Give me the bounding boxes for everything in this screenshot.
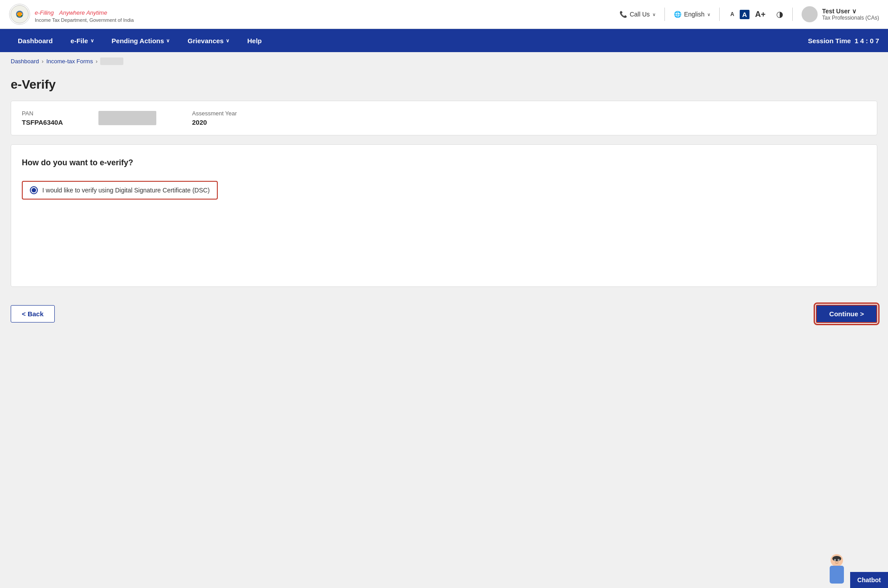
language-chevron: ∨ bbox=[707, 12, 710, 17]
pending-chevron: ∨ bbox=[166, 38, 170, 44]
chatbot-button[interactable]: Chatbot bbox=[850, 572, 888, 588]
continue-button[interactable]: Continue > bbox=[816, 305, 877, 323]
divider-2 bbox=[719, 8, 720, 21]
page-content: e-Verify PAN TSFPA6340A Assessment Year … bbox=[0, 70, 888, 588]
logo-sub: Income Tax Department, Government of Ind… bbox=[35, 17, 134, 23]
divider-3 bbox=[792, 8, 793, 21]
pan-field: PAN TSFPA6340A bbox=[22, 110, 63, 126]
nav-pending-actions[interactable]: Pending Actions ∨ bbox=[103, 29, 179, 52]
logo-text: e-Filing Anywhere Anytime Income Tax Dep… bbox=[35, 6, 134, 23]
divider-1 bbox=[664, 8, 665, 21]
svg-point-11 bbox=[835, 559, 835, 560]
breadcrumb: Dashboard › Income-tax Forms › bbox=[0, 52, 888, 70]
top-bar: 🇮🇳 e-Filing Anywhere Anytime Income Tax … bbox=[0, 0, 888, 29]
language-label: English bbox=[684, 11, 705, 18]
top-actions: 📞 Call Us ∨ 🌐 English ∨ A A A+ ◑ Test Us… bbox=[619, 6, 879, 22]
font-controls: A A A+ bbox=[729, 9, 767, 20]
breadcrumb-income-tax-forms[interactable]: Income-tax Forms bbox=[46, 58, 93, 65]
radio-inner bbox=[32, 188, 36, 192]
user-role: Tax Professionals (CAs) bbox=[822, 15, 879, 21]
nav-bar: Dashboard e-File ∨ Pending Actions ∨ Gri… bbox=[0, 29, 888, 52]
svg-rect-6 bbox=[830, 566, 844, 584]
dsc-label: I would like to verify using Digital Sig… bbox=[42, 187, 210, 194]
nav-efile[interactable]: e-File ∨ bbox=[61, 29, 102, 52]
logo-section: 🇮🇳 e-Filing Anywhere Anytime Income Tax … bbox=[9, 4, 134, 25]
pan-placeholder-block bbox=[98, 111, 156, 125]
language-button[interactable]: 🌐 English ∨ bbox=[674, 11, 710, 18]
chatbot-section: Chatbot bbox=[823, 552, 888, 588]
nav-help[interactable]: Help bbox=[238, 29, 271, 52]
emblem-icon: 🇮🇳 bbox=[9, 4, 30, 25]
assessment-year-field: Assessment Year 2020 bbox=[192, 110, 236, 126]
contrast-button[interactable]: ◑ bbox=[776, 9, 783, 19]
radio-outer bbox=[30, 186, 38, 194]
pan-value: TSFPA6340A bbox=[22, 118, 63, 126]
logo-tagline: Anywhere Anytime bbox=[59, 9, 107, 16]
user-section: Test User ∨ Tax Professionals (CAs) bbox=[802, 6, 879, 22]
svg-point-4 bbox=[17, 12, 22, 16]
assessment-year-label: Assessment Year bbox=[192, 110, 236, 117]
nav-dashboard[interactable]: Dashboard bbox=[9, 29, 61, 52]
font-medium-button[interactable]: A bbox=[740, 10, 750, 19]
breadcrumb-dashboard[interactable]: Dashboard bbox=[11, 58, 39, 65]
breadcrumb-current bbox=[100, 57, 123, 65]
logo-main: e-Filing Anywhere Anytime bbox=[35, 6, 134, 17]
verify-question: How do you want to e-verify? bbox=[22, 158, 866, 167]
call-us-label: Call Us bbox=[630, 11, 650, 18]
avatar bbox=[802, 6, 818, 22]
action-row: < Back Continue > bbox=[11, 300, 877, 327]
dsc-radio-option[interactable]: I would like to verify using Digital Sig… bbox=[22, 181, 218, 200]
back-button[interactable]: < Back bbox=[11, 305, 55, 323]
page-title: e-Verify bbox=[11, 78, 877, 92]
logo-efiling: e-Filing bbox=[35, 9, 54, 16]
call-us-button[interactable]: 📞 Call Us ∨ bbox=[619, 11, 656, 18]
user-info: Test User ∨ Tax Professionals (CAs) bbox=[822, 8, 879, 21]
font-large-button[interactable]: A+ bbox=[753, 9, 767, 20]
chatbot-figure bbox=[823, 552, 850, 588]
session-time: Session Time 1 4 : 0 7 bbox=[808, 37, 879, 45]
grievances-chevron: ∨ bbox=[226, 38, 229, 44]
nav-grievances[interactable]: Grievances ∨ bbox=[179, 29, 238, 52]
assessment-year-value: 2020 bbox=[192, 118, 236, 126]
globe-icon: 🌐 bbox=[674, 11, 681, 18]
phone-icon: 📞 bbox=[619, 11, 627, 18]
pan-label: PAN bbox=[22, 110, 63, 117]
info-card: PAN TSFPA6340A Assessment Year 2020 bbox=[11, 101, 877, 135]
breadcrumb-sep-2: › bbox=[96, 58, 98, 65]
user-name[interactable]: Test User ∨ bbox=[822, 8, 879, 15]
svg-point-12 bbox=[838, 559, 839, 560]
svg-point-8 bbox=[832, 556, 841, 561]
user-chevron: ∨ bbox=[852, 8, 856, 15]
font-small-button[interactable]: A bbox=[729, 10, 736, 18]
nav-items: Dashboard e-File ∨ Pending Actions ∨ Gri… bbox=[9, 29, 271, 52]
efile-chevron: ∨ bbox=[90, 38, 94, 44]
chatbot-avatar-icon bbox=[823, 552, 850, 588]
breadcrumb-sep-1: › bbox=[42, 58, 44, 65]
call-us-chevron: ∨ bbox=[652, 12, 656, 17]
verify-card: How do you want to e-verify? I would lik… bbox=[11, 144, 877, 287]
